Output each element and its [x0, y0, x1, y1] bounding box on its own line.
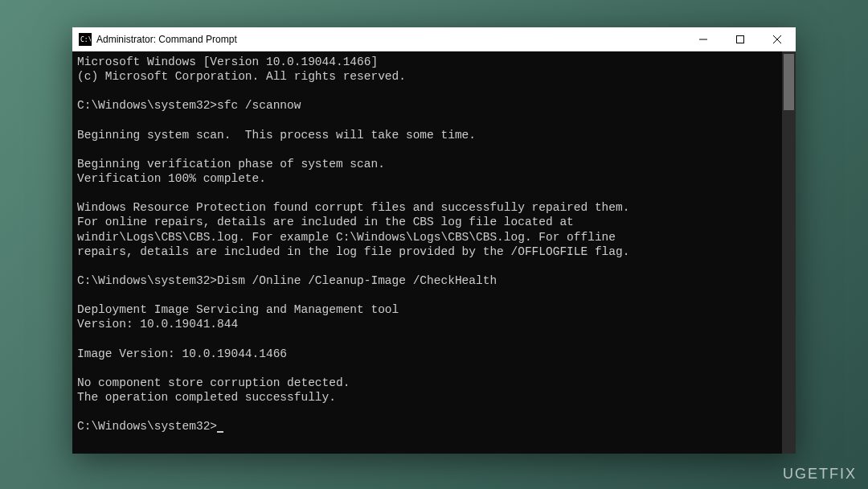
close-button[interactable] [759, 27, 796, 51]
scrollbar-thumb[interactable] [784, 54, 794, 110]
maximize-button[interactable] [722, 27, 759, 51]
terminal-output[interactable]: Microsoft Windows [Version 10.0.19044.14… [72, 51, 796, 454]
window-controls [685, 27, 796, 51]
command-prompt-window: C:\ Administrator: Command Prompt Micros… [72, 27, 796, 454]
svg-rect-3 [737, 35, 744, 43]
svg-text:C:\: C:\ [80, 36, 91, 43]
minimize-button[interactable] [685, 27, 722, 51]
window-title: Administrator: Command Prompt [96, 34, 685, 45]
cmd-icon: C:\ [79, 33, 92, 46]
titlebar[interactable]: C:\ Administrator: Command Prompt [72, 27, 796, 51]
text-cursor [217, 431, 223, 433]
watermark-text: UGETFIX [783, 466, 857, 483]
vertical-scrollbar[interactable] [782, 51, 796, 454]
